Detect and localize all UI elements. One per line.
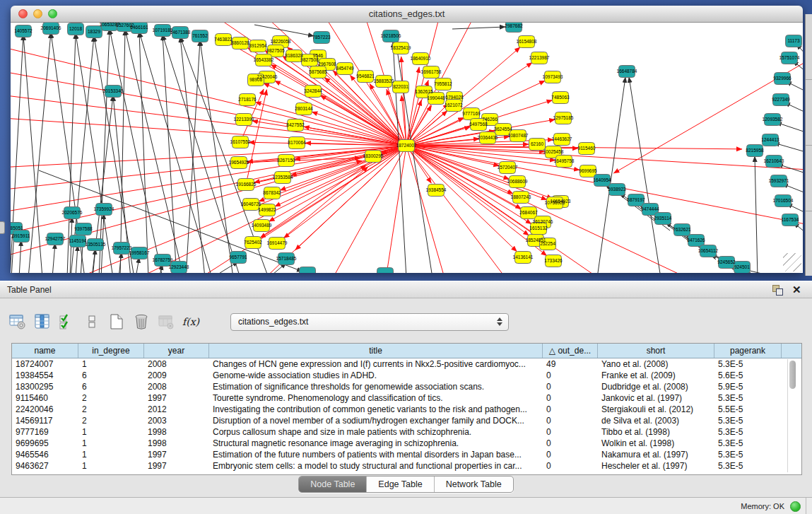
- tab-node-table[interactable]: Node Table: [299, 477, 367, 492]
- table-row[interactable]: 969969511998Structural magnetic resonanc…: [12, 438, 801, 449]
- tab-network-table[interactable]: Network Table: [435, 477, 513, 492]
- table-row[interactable]: 946362711997Embryonic stem cells: a mode…: [12, 460, 801, 472]
- table-row[interactable]: 1456911722003Disruption of a novel membe…: [12, 415, 801, 426]
- node-label: 19218506: [381, 33, 401, 38]
- network-edge[interactable]: [163, 35, 177, 273]
- float-panel-icon[interactable]: [772, 285, 784, 295]
- node-label: 19654925: [229, 160, 249, 165]
- node-label: 14463627: [552, 136, 572, 141]
- table-scrollbar[interactable]: [787, 359, 797, 472]
- node-label: 9474444: [641, 206, 659, 211]
- node-label: 10973493: [543, 74, 563, 79]
- network-edge[interactable]: [452, 27, 505, 29]
- node-label: 1145194: [69, 238, 87, 243]
- column-header[interactable]: pagerank: [714, 344, 782, 358]
- node-label: 2967608: [318, 62, 336, 66]
- column-header[interactable]: year: [144, 344, 209, 358]
- tab-edge-table[interactable]: Edge Table: [367, 477, 434, 492]
- status-divider: [806, 498, 806, 514]
- table-panel-title: Table Panel: [0, 285, 772, 295]
- node-label: 15720407: [498, 165, 518, 170]
- table-toolbar: f(x) citations_edges.txt: [8, 310, 812, 334]
- new-table-icon[interactable]: [107, 313, 126, 331]
- network-edge[interactable]: [254, 25, 314, 36]
- network-edge[interactable]: [246, 160, 362, 185]
- table-header-row[interactable]: namein_degreeyeartitle△ out_de...shortpa…: [12, 344, 801, 358]
- node-label: 19166825: [236, 182, 257, 187]
- node-label: 20153346: [103, 88, 124, 93]
- node-label: 19958167: [129, 250, 150, 255]
- scrollbar-thumb[interactable]: [789, 361, 796, 389]
- network-edge[interactable]: [76, 245, 78, 273]
- network-node[interactable]: [377, 268, 394, 274]
- table-row[interactable]: 1830029562008Estimation of significance …: [12, 381, 801, 392]
- node-label: 16046726: [241, 201, 261, 206]
- select-rows-icon[interactable]: [58, 313, 76, 331]
- network-edge[interactable]: [19, 240, 21, 273]
- network-edge[interactable]: [11, 146, 406, 169]
- node-label: 16154808: [517, 39, 537, 44]
- node-label: 14136141: [513, 255, 534, 259]
- delete-rows-icon[interactable]: [132, 313, 151, 331]
- column-header[interactable]: title: [209, 344, 543, 358]
- column-header[interactable]: in_degree: [78, 344, 144, 358]
- network-edge[interactable]: [139, 32, 212, 273]
- node-label: 18807243: [511, 194, 531, 199]
- row-height-icon[interactable]: [83, 313, 101, 331]
- node-label: 18724007: [396, 143, 417, 148]
- network-edge[interactable]: [11, 40, 406, 146]
- network-edge[interactable]: [629, 77, 661, 273]
- network-edge[interactable]: [320, 95, 406, 146]
- node-label: 9397588: [74, 226, 93, 231]
- column-header[interactable]: △ out_de...: [543, 344, 598, 358]
- column-header[interactable]: short: [598, 344, 714, 358]
- node-label: 12018: [69, 26, 82, 31]
- show-column-icon[interactable]: [33, 313, 52, 331]
- table-row[interactable]: 911546021997Tourette syndrome. Phenomeno…: [12, 392, 801, 404]
- network-edge[interactable]: [110, 29, 163, 273]
- resize-grip[interactable]: [783, 253, 801, 271]
- network-edge[interactable]: [52, 243, 55, 273]
- node-label: 9546821: [356, 74, 375, 78]
- function-builder-icon[interactable]: f(x): [182, 313, 200, 331]
- network-edge[interactable]: [136, 257, 139, 273]
- table-mode-icon[interactable]: [8, 313, 27, 331]
- node-label: 6466161: [130, 25, 148, 30]
- table-row[interactable]: 1872400712008Changes of HCN gene express…: [12, 358, 801, 370]
- memory-ok-indicator[interactable]: [790, 501, 801, 512]
- node-label: 9777169: [462, 111, 481, 116]
- table-selector-value: citations_edges.txt: [231, 317, 497, 327]
- node-label: 6794028: [445, 95, 464, 100]
- network-edge[interactable]: [406, 146, 452, 273]
- node-label: 761552: [192, 33, 208, 38]
- column-header[interactable]: name: [12, 344, 78, 358]
- network-edge[interactable]: [139, 32, 148, 273]
- node-label: 11173: [787, 38, 799, 43]
- window-titlebar[interactable]: citations_edges.txt: [11, 6, 803, 23]
- table-row[interactable]: 977716911998Corpus callosum shape and si…: [12, 426, 801, 438]
- table-row[interactable]: 2242004622012Investigating the contribut…: [12, 404, 801, 415]
- citation-network-graph[interactable]: 7463822886012889129541822605898275051654…: [11, 23, 803, 273]
- network-edge[interactable]: [99, 29, 110, 273]
- node-label: 16120746: [533, 219, 553, 224]
- close-panel-icon[interactable]: ✕: [792, 285, 804, 295]
- table-selector-dropdown[interactable]: citations_edges.txt: [230, 313, 509, 331]
- network-canvas[interactable]: 7463822886012889129541822605898275051654…: [11, 23, 803, 273]
- node-label: 9827508: [300, 57, 319, 62]
- node-label: 5938923: [608, 187, 626, 192]
- table-row[interactable]: 1938455462009Genome-wide association stu…: [12, 370, 801, 381]
- network-edge[interactable]: [125, 30, 184, 273]
- network-edge[interactable]: [264, 83, 406, 146]
- network-node[interactable]: [300, 267, 316, 274]
- network-edge[interactable]: [94, 36, 134, 273]
- node-label: 1733426: [544, 258, 563, 263]
- network-edge[interactable]: [284, 146, 406, 238]
- node-label: 9115460: [578, 146, 596, 151]
- table-row[interactable]: 946554611997Estimation of the future num…: [12, 449, 801, 460]
- node-label: 2684067: [519, 210, 538, 215]
- node-label: 12942757: [45, 236, 66, 241]
- network-edge[interactable]: [406, 146, 803, 170]
- node-label: 12093582: [763, 117, 783, 122]
- node-label: 17016504: [773, 198, 794, 203]
- network-edge[interactable]: [120, 30, 125, 273]
